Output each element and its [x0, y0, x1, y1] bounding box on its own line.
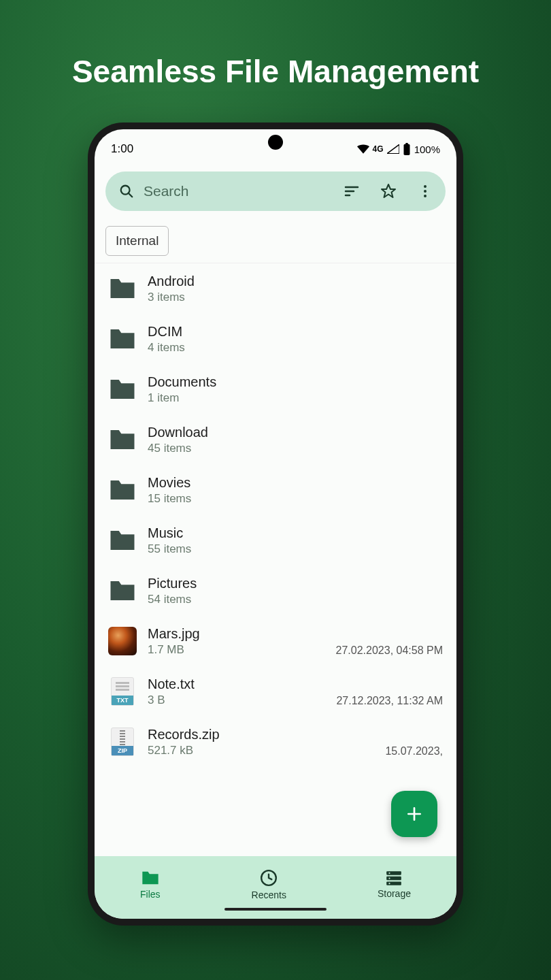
nav-recents-label: Recents — [252, 889, 286, 900]
svg-point-13 — [389, 883, 390, 884]
svg-point-5 — [424, 190, 427, 193]
folder-icon — [108, 528, 137, 553]
file-subtitle: 3 items — [148, 291, 443, 304]
plus-icon — [405, 805, 423, 823]
file-thumbnail — [108, 476, 137, 504]
file-date: 15.07.2023, — [385, 745, 443, 757]
file-thumbnail — [108, 375, 137, 404]
file-info: DCIM4 items — [148, 324, 443, 355]
wifi-icon — [357, 144, 369, 154]
file-name: DCIM — [148, 324, 443, 340]
file-info: Records.zip521.7 kB — [148, 727, 374, 757]
status-time: 1:00 — [111, 142, 133, 156]
svg-rect-0 — [403, 144, 410, 155]
phone-frame: 1:00 4G 100% Search — [88, 122, 463, 926]
top-bar: Search — [105, 172, 446, 211]
file-row[interactable]: Download45 items — [95, 414, 456, 465]
battery-label: 100% — [414, 144, 440, 155]
file-thumbnail — [108, 526, 137, 555]
nav-recents[interactable]: Recents — [238, 865, 300, 904]
file-subtitle: 54 items — [148, 593, 443, 606]
file-subtitle: 4 items — [148, 341, 443, 355]
folder-icon — [108, 377, 137, 402]
more-vert-icon — [417, 183, 433, 199]
file-subtitle: 521.7 kB — [148, 744, 374, 757]
file-thumbnail: ZIP — [108, 728, 137, 756]
battery-icon — [403, 143, 411, 155]
file-row[interactable]: ZIPRecords.zip521.7 kB15.07.2023, — [95, 717, 456, 767]
file-info: Documents1 item — [148, 374, 443, 405]
file-date: 27.12.2023, 11:32 AM — [336, 695, 443, 707]
file-thumbnail — [108, 425, 137, 454]
home-indicator[interactable] — [224, 908, 327, 911]
svg-line-3 — [129, 193, 133, 197]
file-info: Download45 items — [148, 425, 443, 455]
file-row[interactable]: Music55 items — [95, 515, 456, 566]
file-info: Pictures54 items — [148, 576, 443, 606]
sort-button[interactable] — [338, 178, 365, 205]
file-info: Movies15 items — [148, 475, 443, 506]
camera-notch — [268, 135, 283, 150]
file-info: Android3 items — [148, 274, 443, 304]
search-placeholder: Search — [144, 183, 189, 199]
folder-icon — [108, 327, 137, 351]
file-row[interactable]: Documents1 item — [95, 364, 456, 414]
phone-screen: 1:00 4G 100% Search — [95, 129, 456, 919]
zip-icon: ZIP — [111, 728, 134, 756]
network-label: 4G — [373, 144, 384, 154]
file-subtitle: 55 items — [148, 542, 443, 556]
sort-icon — [344, 183, 360, 199]
nav-files-label: Files — [140, 889, 161, 900]
storage-icon — [385, 870, 403, 885]
file-name: Android — [148, 274, 443, 289]
file-name: Pictures — [148, 576, 443, 591]
file-name: Music — [148, 525, 443, 541]
file-name: Records.zip — [148, 727, 374, 742]
favorite-button[interactable] — [375, 178, 402, 205]
signal-icon — [387, 144, 399, 154]
file-thumbnail — [108, 325, 137, 353]
file-thumbnail: TXT — [108, 677, 137, 706]
breadcrumb: Internal — [105, 226, 446, 256]
file-name: Note.txt — [148, 676, 325, 692]
image-thumbnail — [108, 627, 137, 655]
file-row[interactable]: Android3 items — [95, 263, 456, 314]
nav-storage-label: Storage — [378, 888, 411, 899]
file-row[interactable]: DCIM4 items — [95, 314, 456, 364]
svg-point-11 — [389, 872, 390, 874]
file-list: Android3 itemsDCIM4 itemsDocuments1 item… — [95, 263, 456, 856]
file-row[interactable]: Mars.jpg1.7 MB27.02.2023, 04:58 PM — [95, 616, 456, 666]
status-indicators: 4G 100% — [357, 143, 440, 155]
file-info: Music55 items — [148, 525, 443, 556]
file-thumbnail — [108, 576, 137, 605]
nav-files[interactable]: Files — [127, 866, 174, 904]
file-subtitle: 45 items — [148, 442, 443, 455]
file-subtitle: 1 item — [148, 391, 443, 405]
txt-icon: TXT — [111, 677, 134, 706]
svg-point-4 — [424, 185, 427, 188]
more-button[interactable] — [412, 178, 439, 205]
file-name: Download — [148, 425, 443, 440]
file-subtitle: 3 B — [148, 693, 325, 707]
folder-icon — [108, 478, 137, 502]
file-row[interactable]: Pictures54 items — [95, 566, 456, 616]
search-icon — [119, 184, 134, 199]
svg-point-12 — [389, 877, 390, 879]
file-subtitle: 15 items — [148, 492, 443, 506]
search-input[interactable]: Search — [119, 183, 329, 199]
file-name: Mars.jpg — [148, 626, 325, 642]
file-name: Movies — [148, 475, 443, 491]
file-thumbnail — [108, 627, 137, 655]
file-subtitle: 1.7 MB — [148, 643, 325, 657]
folder-icon — [108, 427, 137, 452]
add-fab[interactable] — [391, 791, 437, 837]
svg-point-6 — [424, 195, 427, 197]
file-row[interactable]: TXTNote.txt3 B27.12.2023, 11:32 AM — [95, 666, 456, 717]
folder-icon — [141, 870, 160, 886]
file-row[interactable]: Movies15 items — [95, 465, 456, 515]
file-date: 27.02.2023, 04:58 PM — [336, 644, 443, 657]
nav-storage[interactable]: Storage — [364, 866, 424, 903]
folder-icon — [108, 276, 137, 301]
star-icon — [380, 183, 397, 199]
breadcrumb-internal[interactable]: Internal — [105, 226, 169, 256]
